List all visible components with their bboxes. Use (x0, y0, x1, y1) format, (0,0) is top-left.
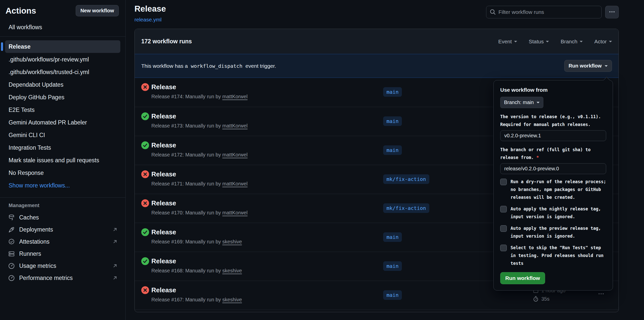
runs-count: 172 workflow runs (141, 38, 192, 45)
rocket-icon (8, 226, 15, 233)
kebab-icon (609, 9, 615, 16)
run-title-link[interactable]: Release (151, 257, 176, 265)
branch-badge[interactable]: mk/fix-action (383, 174, 429, 184)
workflow-item-label: Deploy GitHub Pages (9, 94, 64, 101)
filter-branch[interactable]: Branch (561, 39, 583, 45)
run-actor-link[interactable]: mattKorwel (222, 210, 247, 215)
workflow-item-label: Release (9, 43, 31, 50)
management-list: Caches Deployments Attestations Runners … (0, 211, 125, 284)
sidebar-item-release[interactable]: Release (5, 40, 120, 53)
branch-badge[interactable]: mk/fix-action (383, 203, 429, 213)
branch-badge[interactable]: main (383, 145, 402, 155)
chevron-down-icon (580, 41, 583, 44)
management-item-label: Performance metrics (19, 275, 73, 281)
run-actor-link[interactable]: mattKorwel (222, 94, 247, 99)
run-title-link[interactable]: Release (151, 286, 176, 294)
banner-text: This workflow has a workflow_dispatch ev… (141, 63, 276, 69)
branch-badge[interactable]: main (383, 290, 402, 300)
runs-filters: EventStatusBranchActor (498, 39, 612, 45)
management-item-label: Runners (19, 250, 41, 257)
run-kebab-button[interactable] (598, 291, 604, 298)
branch-badge[interactable]: main (383, 116, 402, 126)
branch-selector-button[interactable]: Branch: main (500, 97, 543, 108)
workflow-list: Release .github/workflows/pr-review.yml … (0, 40, 125, 192)
management-item-caches[interactable]: Caches (0, 211, 125, 223)
run-workflow-panel: Use workflow from Branch: main The versi… (493, 80, 613, 291)
filter-status[interactable]: Status (529, 39, 549, 45)
management-item-performance-metrics[interactable]: Performance metrics (0, 272, 125, 284)
sidebar-item-integration-tests[interactable]: Integration Tests (5, 142, 120, 154)
cache-database-icon (8, 214, 15, 221)
panel-checkbox-row: Auto apply the preview release tag, inpu… (500, 225, 606, 240)
sidebar-item--github-workflows-trusted-ci-yml[interactable]: .github/workflows/trusted-ci.yml (5, 66, 120, 78)
workflow-item-label: Show more workflows... (9, 182, 70, 189)
sidebar-item-e2e-tests[interactable]: E2E Tests (5, 104, 120, 116)
checkbox[interactable] (500, 179, 507, 185)
chevron-down-icon (514, 41, 517, 44)
sidebar-item-mark-stale-issues-and-pull-requests[interactable]: Mark stale issues and pull requests (5, 154, 120, 166)
run-actor-link[interactable]: mattKorwel (222, 123, 247, 129)
run-title-link[interactable]: Release (151, 170, 176, 178)
workflow-item-label: .github/workflows/trusted-ci.yml (9, 69, 89, 76)
sidebar-item--github-workflows-pr-review-yml[interactable]: .github/workflows/pr-review.yml (5, 53, 120, 66)
external-link-icon (112, 263, 118, 269)
management-item-attestations[interactable]: Attestations (0, 236, 125, 248)
run-title-link[interactable]: Release (151, 228, 176, 236)
ref-input-label: The branch or ref (full git sha) to rele… (500, 146, 606, 162)
management-item-usage-metrics[interactable]: Usage metrics (0, 260, 125, 272)
filter-workflow-runs-input[interactable] (486, 6, 602, 18)
workflow-item-label: E2E Tests (9, 107, 35, 113)
run-actor-link[interactable]: mattKorwel (222, 181, 247, 186)
verified-badge-icon (8, 238, 15, 245)
sidebar-item-gemini-cli-ci[interactable]: Gemini CLI CI (5, 129, 120, 141)
actions-sidebar: Actions New workflow All workflows Relea… (0, 0, 126, 320)
run-title-link[interactable]: Release (151, 141, 176, 149)
chevron-down-icon (609, 41, 612, 44)
filter-event[interactable]: Event (498, 39, 517, 45)
run-actor-link[interactable]: skeshive (222, 268, 242, 273)
sidebar-item-dependabot-updates[interactable]: Dependabot Updates (5, 79, 120, 91)
run-title-link[interactable]: Release (151, 199, 176, 207)
run-actor-link[interactable]: skeshive (222, 239, 242, 244)
status-failure-icon (141, 83, 149, 91)
sidebar-divider (0, 36, 125, 37)
sidebar-item-gemini-automated-pr-labeler[interactable]: Gemini Automated PR Labeler (5, 116, 120, 129)
filter-actor[interactable]: Actor (594, 39, 612, 45)
checkbox[interactable] (500, 245, 507, 251)
workflow-options-kebab-button[interactable] (605, 6, 619, 18)
run-workflow-dropdown-button[interactable]: Run workflow (564, 60, 612, 72)
panel-heading: Use workflow from (500, 87, 606, 93)
workflow-item-label: Integration Tests (9, 144, 51, 151)
checkbox[interactable] (500, 225, 507, 232)
run-workflow-submit-button[interactable]: Run workflow (500, 272, 545, 284)
branch-badge[interactable]: main (383, 87, 402, 97)
sidebar-item-deploy-github-pages[interactable]: Deploy GitHub Pages (5, 91, 120, 103)
sidebar-item-no-response[interactable]: No Response (5, 167, 120, 179)
ref-input[interactable] (500, 163, 606, 174)
sidebar-divider (0, 197, 125, 198)
sidebar-show-more-workflows[interactable]: Show more workflows... (5, 179, 120, 191)
checkbox[interactable] (500, 206, 507, 212)
management-item-deployments[interactable]: Deployments (0, 223, 125, 236)
status-failure-icon (141, 199, 149, 207)
partial-run-row (135, 310, 619, 312)
workflow-file-link[interactable]: release.yml (134, 17, 161, 23)
version-input[interactable] (500, 130, 606, 141)
branch-badge[interactable]: main (383, 232, 402, 242)
meter-icon (8, 263, 15, 269)
checkbox-label: Auto apply the preview release tag, inpu… (511, 225, 606, 240)
run-actor-link[interactable]: skeshive (222, 297, 242, 302)
panel-checkbox-row: Run a dry-run of the release process; no… (500, 178, 606, 201)
branch-badge[interactable]: main (383, 261, 402, 271)
run-duration: 35s (533, 296, 566, 302)
sidebar-item-all-workflows[interactable]: All workflows (0, 24, 125, 31)
run-actor-link[interactable]: mattKorwel (222, 152, 247, 157)
run-title-link[interactable]: Release (151, 112, 176, 120)
management-item-label: Usage metrics (19, 263, 56, 269)
management-item-runners[interactable]: Runners (0, 248, 125, 260)
status-failure-icon (141, 170, 149, 178)
workflow-dispatch-banner: This workflow has a workflow_dispatch ev… (135, 54, 619, 78)
new-workflow-button[interactable]: New workflow (76, 5, 119, 16)
run-title-link[interactable]: Release (151, 83, 176, 91)
checkbox-label: Select to skip the "Run Tests" step in t… (511, 244, 606, 267)
